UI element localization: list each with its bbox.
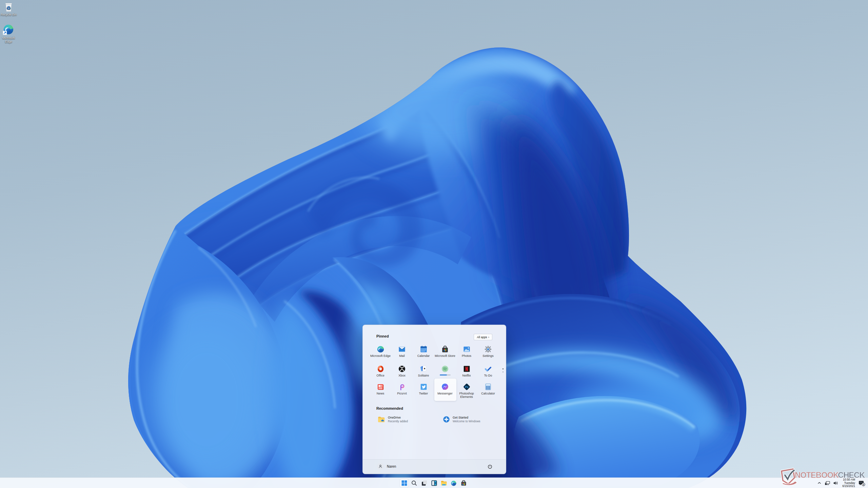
svg-text:Ps: Ps [465, 386, 468, 389]
svg-text:CHECK: CHECK [838, 470, 865, 480]
svg-text:NOTEBOOK: NOTEBOOK [795, 470, 839, 480]
svg-text:♻: ♻ [6, 5, 11, 11]
